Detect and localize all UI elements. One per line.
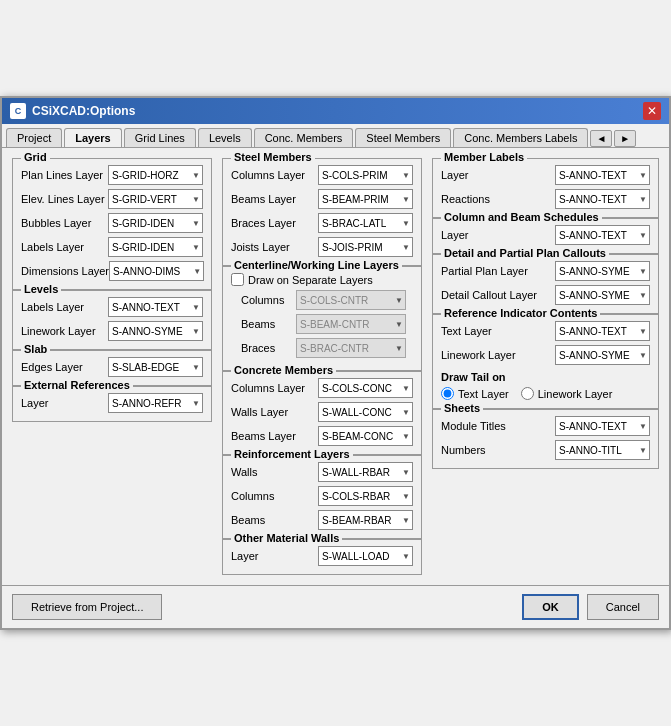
external-refs-label-0: Layer: [21, 397, 108, 409]
levels-select-0[interactable]: S-ANNO-TEXT: [108, 297, 203, 317]
detail-partial-select-0[interactable]: S-ANNO-SYME: [555, 261, 650, 281]
ref-indicator-select-1[interactable]: S-ANNO-SYME: [555, 345, 650, 365]
external-refs-select-0[interactable]: S-ANNO-REFR: [108, 393, 203, 413]
grid-select-4[interactable]: S-ANNO-DIMS: [109, 261, 204, 281]
sheets-select-wrapper-0: S-ANNO-TEXT: [555, 416, 650, 436]
centerline-select-wrapper-2: S-BRAC-CNTR: [296, 338, 406, 358]
conc-label-0: Columns Layer: [231, 382, 318, 394]
ref-indicator-select-0[interactable]: S-ANNO-TEXT: [555, 321, 650, 341]
col-beam-schedules-select-0[interactable]: S-ANNO-TEXT: [555, 225, 650, 245]
steel-select-2[interactable]: S-BRAC-LATL: [318, 213, 413, 233]
detail-partial-select-1[interactable]: S-ANNO-SYME: [555, 285, 650, 305]
tab-content: Grid Plan Lines Layer S-GRID-HORZ Elev. …: [2, 148, 669, 585]
grid-select-2[interactable]: S-GRID-IDEN: [108, 213, 203, 233]
centerline-sub-label-0: Columns: [241, 294, 296, 306]
rebar-select-2[interactable]: S-BEAM-RBAR: [318, 510, 413, 530]
tab-steel-members[interactable]: Steel Members: [355, 128, 451, 147]
centerline-select-0[interactable]: S-COLS-CNTR: [296, 290, 406, 310]
steel-members-group: Steel Members Columns Layer S-COLS-PRIM …: [222, 158, 422, 266]
grid-select-0[interactable]: S-GRID-HORZ: [108, 165, 203, 185]
detail-partial-group: Detail and Partial Plan Callouts Partial…: [432, 254, 659, 314]
grid-select-3[interactable]: S-GRID-IDEN: [108, 237, 203, 257]
member-labels-select-0[interactable]: S-ANNO-TEXT: [555, 165, 650, 185]
grid-select-1[interactable]: S-GRID-VERT: [108, 189, 203, 209]
draw-tail-linework-option: Linework Layer: [521, 387, 613, 400]
tab-nav-next[interactable]: ►: [614, 130, 636, 147]
levels-label-0: Labels Layer: [21, 301, 108, 313]
other-material-row-0: Layer S-WALL-LOAD: [231, 546, 413, 566]
external-refs-group: External References Layer S-ANNO-REFR: [12, 386, 212, 422]
tab-conc-members[interactable]: Conc. Members: [254, 128, 354, 147]
steel-label-1: Beams Layer: [231, 193, 318, 205]
tab-nav-prev[interactable]: ◄: [590, 130, 612, 147]
rebar-row-0: Walls S-WALL-RBAR: [231, 462, 413, 482]
reinforcement-group: Reinforcement Layers Walls S-WALL-RBAR C…: [222, 455, 422, 539]
draw-separate-checkbox[interactable]: [231, 273, 244, 286]
ok-button[interactable]: OK: [522, 594, 579, 620]
draw-tail-text-label: Text Layer: [458, 388, 509, 400]
sheets-select-0[interactable]: S-ANNO-TEXT: [555, 416, 650, 436]
close-button[interactable]: ✕: [643, 102, 661, 120]
sheets-select-1[interactable]: S-ANNO-TITL: [555, 440, 650, 460]
rebar-label-1: Columns: [231, 490, 318, 502]
tab-project[interactable]: Project: [6, 128, 62, 147]
draw-tail-radio-row: Text Layer Linework Layer: [441, 387, 650, 400]
window-title: CSiXCAD:Options: [32, 104, 135, 118]
ok-cancel-group: OK Cancel: [522, 594, 659, 620]
tab-layers[interactable]: Layers: [64, 128, 121, 148]
other-material-select-0[interactable]: S-WALL-LOAD: [318, 546, 413, 566]
tab-grid-lines[interactable]: Grid Lines: [124, 128, 196, 147]
rebar-select-1[interactable]: S-COLS-RBAR: [318, 486, 413, 506]
centerline-select-2[interactable]: S-BRAC-CNTR: [296, 338, 406, 358]
slab-select-0[interactable]: S-SLAB-EDGE: [108, 357, 203, 377]
steel-select-0[interactable]: S-COLS-PRIM: [318, 165, 413, 185]
steel-row-0: Columns Layer S-COLS-PRIM: [231, 165, 413, 185]
steel-select-1[interactable]: S-BEAM-PRIM: [318, 189, 413, 209]
sheets-title: Sheets: [441, 402, 483, 414]
ref-indicator-row-1: Linework Layer S-ANNO-SYME: [441, 345, 650, 365]
levels-select-1[interactable]: S-ANNO-SYME: [108, 321, 203, 341]
col-beam-schedules-label-0: Layer: [441, 229, 555, 241]
detail-partial-title: Detail and Partial Plan Callouts: [441, 247, 609, 259]
ref-indicator-label-0: Text Layer: [441, 325, 555, 337]
grid-group: Grid Plan Lines Layer S-GRID-HORZ Elev. …: [12, 158, 212, 290]
centerline-sub-label-2: Braces: [241, 342, 296, 354]
centerline-row-1: Beams S-BEAM-CNTR: [231, 314, 413, 334]
grid-row-1: Elev. Lines Layer S-GRID-VERT: [21, 189, 203, 209]
steel-row-2: Braces Layer S-BRAC-LATL: [231, 213, 413, 233]
centerline-select-1[interactable]: S-BEAM-CNTR: [296, 314, 406, 334]
member-labels-select-1[interactable]: S-ANNO-TEXT: [555, 189, 650, 209]
conc-select-1[interactable]: S-WALL-CONC: [318, 402, 413, 422]
conc-row-0: Columns Layer S-COLS-CONC: [231, 378, 413, 398]
grid-label-1: Elev. Lines Layer: [21, 193, 108, 205]
sheets-label-1: Numbers: [441, 444, 555, 456]
slab-group-title: Slab: [21, 343, 50, 355]
draw-tail-text-option: Text Layer: [441, 387, 509, 400]
centerline-select-wrapper-0: S-COLS-CNTR: [296, 290, 406, 310]
tab-conc-members-labels[interactable]: Conc. Members Labels: [453, 128, 588, 147]
conc-select-2[interactable]: S-BEAM-CONC: [318, 426, 413, 446]
grid-row-3: Labels Layer S-GRID-IDEN: [21, 237, 203, 257]
rebar-label-0: Walls: [231, 466, 318, 478]
tab-levels[interactable]: Levels: [198, 128, 252, 147]
grid-select-wrapper-3: S-GRID-IDEN: [108, 237, 203, 257]
draw-tail-linework-radio[interactable]: [521, 387, 534, 400]
steel-select-3[interactable]: S-JOIS-PRIM: [318, 237, 413, 257]
cancel-button[interactable]: Cancel: [587, 594, 659, 620]
steel-members-title: Steel Members: [231, 151, 315, 163]
col-beam-schedules-title: Column and Beam Schedules: [441, 211, 602, 223]
grid-group-title: Grid: [21, 151, 50, 163]
rebar-select-wrapper-2: S-BEAM-RBAR: [318, 510, 413, 530]
sheets-group: Sheets Module Titles S-ANNO-TEXT Numbers…: [432, 409, 659, 469]
slab-label-0: Edges Layer: [21, 361, 108, 373]
centerline-select-wrapper-1: S-BEAM-CNTR: [296, 314, 406, 334]
ref-indicator-row-0: Text Layer S-ANNO-TEXT: [441, 321, 650, 341]
centerline-sub-label-1: Beams: [241, 318, 296, 330]
retrieve-button[interactable]: Retrieve from Project...: [12, 594, 162, 620]
centerline-row-2: Braces S-BRAC-CNTR: [231, 338, 413, 358]
conc-select-0[interactable]: S-COLS-CONC: [318, 378, 413, 398]
draw-tail-text-radio[interactable]: [441, 387, 454, 400]
conc-label-2: Beams Layer: [231, 430, 318, 442]
rebar-select-0[interactable]: S-WALL-RBAR: [318, 462, 413, 482]
ref-indicator-select-wrapper-1: S-ANNO-SYME: [555, 345, 650, 365]
